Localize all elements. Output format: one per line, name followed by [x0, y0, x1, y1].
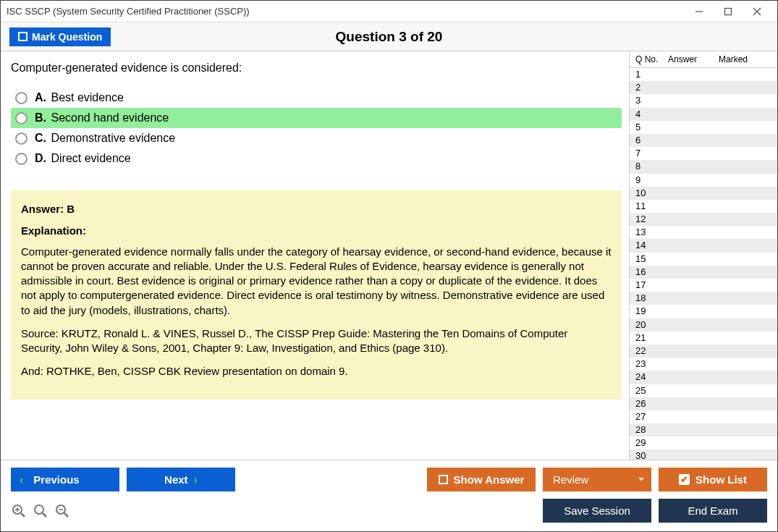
zoom-out-icon[interactable]	[54, 503, 70, 519]
col-marked: Marked	[719, 54, 774, 64]
list-item[interactable]: 30	[630, 449, 777, 460]
radio-icon	[15, 153, 28, 165]
app-window: ISC SSCP (System Security Certified Prac…	[0, 0, 778, 532]
list-item[interactable]: 16	[630, 266, 777, 279]
list-item[interactable]: 6	[630, 134, 777, 147]
zoom-in-icon[interactable]	[11, 503, 27, 519]
list-item[interactable]: 15	[630, 253, 777, 266]
option-text: Second hand evidence	[51, 111, 169, 124]
footer: ‹ Previous Next › Show Answer Review ✔ S…	[1, 460, 777, 531]
list-item[interactable]: 27	[630, 410, 777, 423]
list-item[interactable]: 26	[630, 397, 777, 410]
question-list[interactable]: 1234567891011121314151617181920212223242…	[630, 68, 777, 460]
option-letter: C.	[35, 132, 46, 144]
answer-line: Answer: B	[21, 202, 612, 216]
option-text: Direct evidence	[51, 152, 130, 164]
option-letter: D.	[35, 152, 46, 164]
previous-button[interactable]: ‹ Previous	[11, 468, 119, 491]
save-session-button[interactable]: Save Session	[543, 499, 651, 523]
explanation-heading: Explanation:	[21, 224, 612, 238]
next-label: Next	[164, 473, 188, 486]
next-button[interactable]: Next ›	[127, 468, 235, 491]
option-letter: A.	[35, 91, 46, 104]
list-item[interactable]: 1	[630, 68, 777, 81]
mark-question-label: Mark Question	[32, 31, 102, 43]
svg-point-8	[35, 505, 43, 514]
option-text: Best evidence	[51, 91, 124, 104]
option-a[interactable]: A. Best evidence	[11, 88, 622, 108]
question-panel: Computer-generated evidence is considere…	[1, 51, 629, 460]
option-d[interactable]: D. Direct evidence	[11, 148, 622, 169]
checkbox-icon	[18, 32, 28, 41]
previous-label: Previous	[33, 473, 79, 486]
list-item[interactable]: 12	[630, 213, 777, 226]
radio-icon	[15, 92, 28, 104]
check-icon: ✔	[679, 474, 690, 485]
checkbox-icon	[439, 475, 448, 484]
list-item[interactable]: 9	[630, 174, 777, 187]
list-header: Q No. Answer Marked	[630, 51, 777, 68]
maximize-icon[interactable]	[714, 1, 743, 22]
svg-line-11	[64, 513, 68, 517]
list-item[interactable]: 4	[630, 108, 777, 121]
list-item[interactable]: 22	[630, 345, 777, 358]
radio-icon	[15, 112, 28, 124]
list-item[interactable]: 28	[630, 423, 777, 436]
show-answer-label: Show Answer	[454, 473, 525, 486]
footer-row-1: ‹ Previous Next › Show Answer Review ✔ S…	[11, 468, 767, 491]
list-item[interactable]: 13	[630, 226, 777, 239]
window-controls	[685, 1, 771, 22]
zoom-reset-icon[interactable]	[33, 503, 48, 519]
list-item[interactable]: 8	[630, 160, 777, 173]
chevron-right-icon: ›	[194, 473, 198, 486]
svg-line-5	[21, 513, 25, 517]
option-b[interactable]: B. Second hand evidence	[11, 108, 622, 128]
explanation-box: Answer: B Explanation: Computer-generate…	[11, 190, 622, 400]
list-item[interactable]: 20	[630, 318, 777, 332]
list-item[interactable]: 19	[630, 305, 777, 318]
list-item[interactable]: 17	[630, 279, 777, 292]
list-item[interactable]: 5	[630, 121, 777, 134]
svg-rect-1	[725, 8, 732, 14]
list-item[interactable]: 23	[630, 358, 777, 371]
review-dropdown[interactable]: Review	[543, 468, 651, 491]
list-item[interactable]: 10	[630, 187, 777, 200]
show-list-label: Show List	[695, 473, 747, 486]
show-answer-button[interactable]: Show Answer	[427, 468, 536, 491]
explanation-paragraph: Source: KRUTZ, Ronald L. & VINES, Russel…	[21, 326, 612, 356]
list-item[interactable]: 25	[630, 384, 777, 397]
option-text: Demonstrative evidence	[51, 132, 175, 144]
list-item[interactable]: 18	[630, 292, 777, 305]
list-item[interactable]: 24	[630, 371, 777, 384]
body: Computer-generated evidence is considere…	[1, 51, 777, 460]
col-answer: Answer	[668, 54, 719, 64]
zoom-controls	[11, 503, 70, 519]
end-exam-button[interactable]: End Exam	[659, 499, 767, 523]
chevron-left-icon: ‹	[20, 473, 23, 486]
radio-icon	[15, 132, 28, 145]
chevron-down-icon	[638, 478, 644, 481]
show-list-button[interactable]: ✔ Show List	[659, 468, 767, 491]
list-item[interactable]: 2	[630, 81, 777, 94]
titlebar: ISC SSCP (System Security Certified Prac…	[1, 1, 777, 22]
question-counter: Question 3 of 20	[336, 29, 443, 45]
list-item[interactable]: 11	[630, 200, 777, 213]
mark-question-button[interactable]: Mark Question	[9, 28, 111, 46]
list-item[interactable]: 7	[630, 147, 777, 160]
option-c[interactable]: C. Demonstrative evidence	[11, 128, 622, 148]
explanation-paragraph: And: ROTHKE, Ben, CISSP CBK Review prese…	[21, 364, 612, 379]
minimize-icon[interactable]	[685, 1, 714, 22]
question-stem: Computer-generated evidence is considere…	[11, 62, 622, 75]
end-exam-label: End Exam	[688, 504, 737, 517]
close-icon[interactable]	[743, 1, 771, 22]
col-qno: Q No.	[635, 54, 668, 64]
list-item[interactable]: 3	[630, 94, 777, 107]
footer-row-2: Save Session End Exam	[11, 499, 767, 523]
list-item[interactable]: 29	[630, 436, 777, 449]
list-item[interactable]: 21	[630, 332, 777, 345]
option-letter: B.	[35, 111, 46, 124]
svg-line-9	[43, 513, 46, 517]
explanation-paragraph: Computer-generated evidence normally fal…	[21, 245, 612, 318]
question-list-panel: Q No. Answer Marked 12345678910111213141…	[629, 51, 777, 460]
list-item[interactable]: 14	[630, 239, 777, 252]
